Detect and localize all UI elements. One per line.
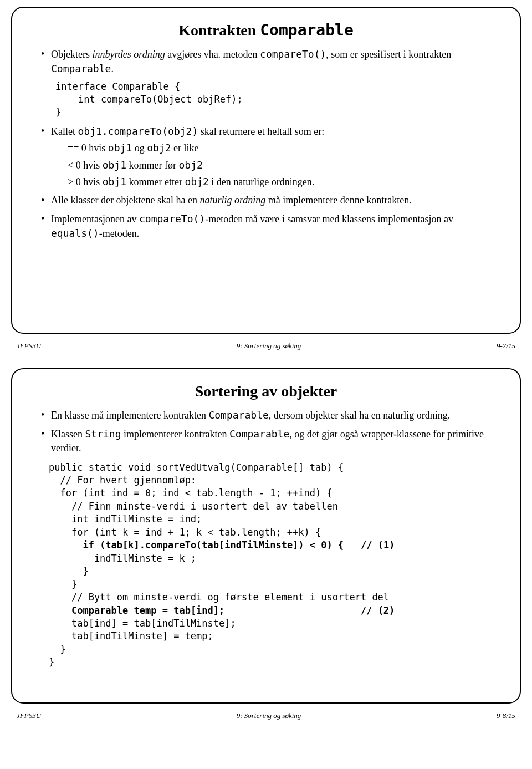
t: obj1.compareTo(obj2) (78, 125, 198, 137)
t: Comparable (51, 63, 111, 74)
t: Implementasjonen av (51, 213, 139, 225)
footer-right: 9-8/15 (497, 711, 515, 720)
t: == 0 hvis (68, 142, 108, 154)
t: < 0 hvis (68, 160, 103, 171)
sub-2: < 0 hvis obj1 kommer før obj2 (51, 158, 493, 172)
title-text: Kontrakten (178, 22, 260, 39)
t: En klasse må implementere kontrakten (51, 410, 208, 421)
sub-3: > 0 hvis obj1 kommer etter obj2 i den na… (51, 175, 493, 189)
t: Kallet (51, 126, 78, 137)
t: String (85, 428, 121, 440)
slide-2: Sortering av objekter En klasse må imple… (11, 368, 521, 704)
t: Comparable (208, 409, 268, 421)
t: obj2 (147, 142, 171, 154)
cl: if (tab[k].compareTo(tab[indTilMinste]) … (83, 539, 344, 551)
slide-1: Kontrakten Comparable Objekters innbyrde… (11, 7, 521, 334)
t: i den naturlige ordningen. (209, 176, 314, 187)
t: Objekters (51, 49, 92, 60)
cl: public static void sortVedUtvalg(Compara… (49, 462, 344, 473)
code-block-interface: interface Comparable { int compareTo(Obj… (55, 80, 493, 119)
cl: // (1) (344, 539, 395, 551)
cl (49, 539, 83, 551)
t: compareTo() (260, 48, 326, 60)
cl: // (2) (224, 605, 395, 616)
t: Alle klasser der objektene skal ha en (51, 195, 200, 206)
t: compareTo() (139, 213, 205, 225)
t: innbyrdes ordning (92, 49, 165, 60)
t: obj1 (103, 159, 126, 171)
cl: tab[ind] = tab[indTilMinste]; (49, 618, 236, 629)
cl: // Finn minste-verdi i usortert del av t… (49, 501, 338, 512)
t: kommer etter (126, 176, 185, 187)
sub-1: == 0 hvis obj1 og obj2 er like (51, 141, 493, 155)
t: skal returnere et heltall som er: (198, 126, 324, 137)
t: -metoden. (99, 228, 139, 239)
bullet-list: Objekters innbyrdes ordning avgjøres vha… (39, 47, 493, 76)
cl: int indTilMinste = ind; (49, 513, 202, 524)
cl: } (49, 656, 54, 668)
footer-center: 9: Sortering og søking (237, 711, 301, 720)
t: obj1 (103, 176, 126, 187)
t: Comparable (229, 428, 289, 440)
cl: } (49, 644, 66, 655)
t: -metoden må være i samsvar med klassens … (205, 213, 453, 225)
footer-left: JFPS3U (17, 711, 41, 720)
t: . (111, 63, 114, 74)
footer-right: 9-7/15 (497, 342, 515, 350)
slide-2-title: Sortering av objekter (39, 383, 493, 400)
bullet-list-3: En klasse må implementere kontrakten Com… (39, 408, 493, 456)
cl: } (49, 579, 77, 590)
cl (49, 605, 71, 616)
title-code: Comparable (260, 21, 354, 39)
t: , dersom objekter skal ha en naturlig or… (269, 410, 450, 421)
bullet-3: Alle klasser der objektene skal ha en na… (39, 193, 493, 207)
t: er like (171, 142, 199, 154)
t: implementerer kontrakten (121, 429, 229, 440)
slide-1-title: Kontrakten Comparable (39, 21, 493, 39)
t: > 0 hvis (68, 176, 103, 187)
t: obj2 (179, 159, 203, 171)
bullet-2b: Klassen String implementerer kontrakten … (39, 427, 493, 455)
slide-1-wrapper: Kontrakten Comparable Objekters innbyrde… (0, 0, 532, 338)
bullet-1b: En klasse må implementere kontrakten Com… (39, 408, 493, 422)
cl: Comparable temp = tab[ind]; (71, 605, 224, 616)
t: naturlig ordning (200, 195, 265, 206)
t: må implementere denne kontrakten. (265, 195, 411, 206)
cl: indTilMinste = k ; (49, 553, 196, 564)
t: obj1 (108, 142, 132, 154)
cl: } (49, 566, 89, 577)
footer-1: JFPS3U 9: Sortering og søking 9-7/15 (0, 338, 532, 361)
slide-2-wrapper: Sortering av objekter En klasse må imple… (0, 361, 532, 708)
t: , som er spesifisert i kontrakten (326, 49, 451, 60)
bullet-2: Kallet obj1.compareTo(obj2) skal returne… (39, 124, 493, 189)
bullet-list-2: Kallet obj1.compareTo(obj2) skal returne… (39, 124, 493, 241)
footer-left: JFPS3U (17, 342, 41, 350)
t: og (132, 142, 147, 154)
footer-2: JFPS3U 9: Sortering og søking 9-8/15 (0, 708, 532, 731)
bullet-4: Implementasjonen av compareTo()-metoden … (39, 212, 493, 241)
cl: tab[indTilMinste] = temp; (49, 630, 213, 641)
bullet-1: Objekters innbyrdes ordning avgjøres vha… (39, 47, 493, 76)
cl: for (int k = ind + 1; k < tab.length; ++… (49, 527, 321, 538)
code-block-sort: public static void sortVedUtvalg(Compara… (49, 461, 493, 669)
slide-1-content: Objekters innbyrdes ordning avgjøres vha… (39, 47, 493, 241)
t: Klassen (51, 429, 85, 440)
slide-2-content: En klasse må implementere kontrakten Com… (39, 408, 493, 669)
t: equals() (51, 227, 99, 239)
cl: // For hvert gjennomløp: (49, 475, 196, 486)
cl: // Bytt om minste-verdi og første elemen… (49, 592, 389, 603)
cl: for (int ind = 0; ind < tab.length - 1; … (49, 487, 332, 498)
t: obj2 (185, 176, 209, 187)
t: avgjøres vha. metoden (165, 49, 260, 60)
footer-center: 9: Sortering og søking (237, 342, 301, 350)
t: kommer før (126, 160, 178, 171)
